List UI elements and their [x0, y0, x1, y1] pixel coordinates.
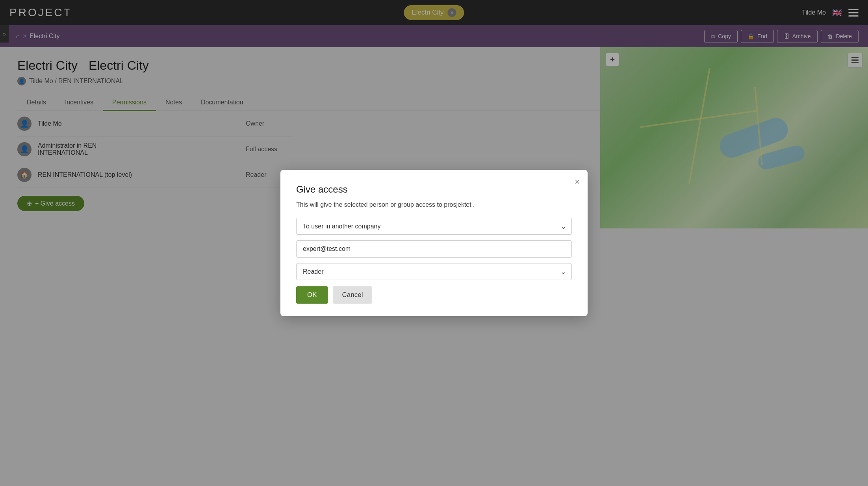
role-select[interactable]: Reader Full access Owner [296, 263, 572, 280]
modal-overlay: Give access × This will give the selecte… [0, 0, 868, 486]
email-input[interactable] [296, 240, 572, 258]
access-type-select[interactable]: To user in another company To user in sa… [296, 218, 572, 235]
give-access-modal: Give access × This will give the selecte… [280, 170, 588, 316]
cancel-button[interactable]: Cancel [333, 286, 373, 304]
modal-title: Give access [296, 184, 572, 195]
ok-button[interactable]: OK [296, 286, 328, 304]
modal-actions: OK Cancel [296, 286, 572, 304]
access-type-wrapper: To user in another company To user in sa… [296, 218, 572, 235]
modal-close-button[interactable]: × [575, 177, 580, 187]
modal-description: This will give the selected person or gr… [296, 201, 572, 208]
role-wrapper: Reader Full access Owner ⌄ [296, 263, 572, 280]
